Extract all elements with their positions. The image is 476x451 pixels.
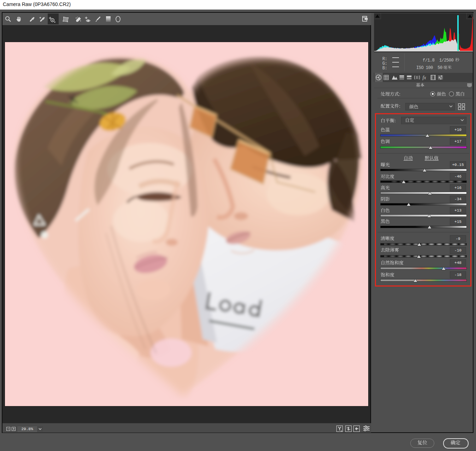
svg-text:fx: fx <box>423 75 427 80</box>
